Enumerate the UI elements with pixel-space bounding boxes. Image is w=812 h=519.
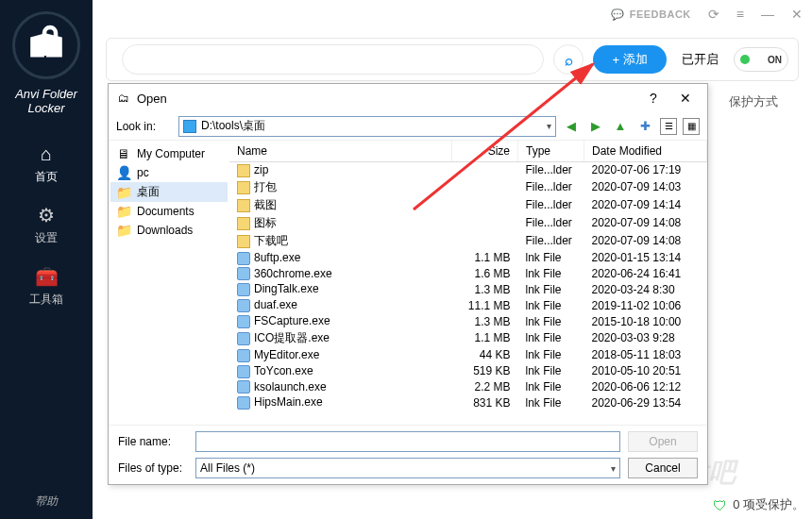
filetype-combobox[interactable]: All Files (*) ▾	[195, 458, 620, 478]
col-header-type[interactable]: Type	[518, 141, 584, 162]
file-name: FSCapture.exe	[254, 314, 330, 327]
app-logo	[12, 11, 80, 79]
folder-icon	[237, 235, 250, 248]
tree-item[interactable]: 🖥My Computer	[110, 144, 228, 163]
file-type: File...lder	[518, 178, 584, 196]
col-header-name[interactable]: Name	[229, 141, 452, 162]
file-date: 2020-06-29 13:54	[584, 394, 707, 410]
help-link[interactable]: 帮助	[0, 494, 93, 510]
nav-toolbox[interactable]: 🧰 工具箱	[0, 254, 93, 315]
file-size	[452, 214, 518, 232]
nav-settings[interactable]: ⚙ 设置	[0, 193, 93, 254]
status-footer: 🛡 0 项受保护。	[713, 496, 804, 513]
minimize-icon[interactable]: —	[761, 7, 774, 22]
file-row[interactable]: 打包File...lder2020-07-09 14:03	[229, 178, 707, 196]
file-name: 打包	[254, 180, 277, 193]
open-button[interactable]: Open	[628, 431, 698, 452]
menu-icon[interactable]: ≡	[736, 7, 744, 22]
file-icon	[237, 332, 250, 345]
feedback-link[interactable]: 💬 FEEDBACK	[611, 8, 691, 21]
filename-input[interactable]	[195, 431, 620, 452]
file-size: 11.1 MB	[452, 297, 518, 313]
file-row[interactable]: ICO提取器.exe1.1 MBlnk File2020-03-03 9:28	[229, 329, 707, 347]
file-date: 2018-05-11 18:03	[584, 347, 707, 363]
file-row[interactable]: ToYcon.exe519 KBlnk File2010-05-10 20:51	[229, 363, 707, 379]
svg-rect-0	[39, 39, 61, 56]
folder-icon: 📁	[116, 223, 131, 238]
col-header-date[interactable]: Date Modified	[584, 141, 707, 162]
file-name: zip	[254, 163, 268, 176]
file-type: lnk File	[518, 363, 584, 379]
folder-icon: 📁	[116, 204, 131, 219]
file-name: ICO提取器.exe	[254, 331, 330, 344]
file-date: 2010-05-10 20:51	[584, 363, 707, 379]
refresh-icon[interactable]: ⟳	[708, 7, 719, 22]
file-row[interactable]: MyEditor.exe44 KBlnk File2018-05-11 18:0…	[229, 347, 707, 363]
cancel-button[interactable]: Cancel	[628, 458, 698, 478]
file-row[interactable]: duaf.exe11.1 MBlnk File2019-11-02 10:06	[229, 297, 707, 313]
dialog-titlebar: 🗂 Open ? ✕	[109, 84, 707, 112]
file-icon	[237, 299, 250, 312]
nav-home[interactable]: ⌂ 首页	[0, 132, 93, 193]
add-button[interactable]: + 添加	[593, 45, 667, 74]
file-type: lnk File	[518, 379, 584, 395]
enable-toggle[interactable]: ON	[734, 47, 788, 72]
file-type: lnk File	[518, 313, 584, 329]
lookin-combobox[interactable]: D:\tools\桌面 ▾	[178, 116, 556, 137]
toolbox-icon: 🧰	[0, 265, 93, 288]
file-size	[452, 162, 518, 178]
places-tree: 🖥My Computer👤pc📁桌面📁Documents📁Downloads	[109, 141, 229, 425]
detail-view-icon[interactable]: ▦	[683, 118, 700, 135]
file-row[interactable]: 图标File...lder2020-07-09 14:08	[229, 214, 707, 232]
sidebar: Anvi Folder Locker ⌂ 首页 ⚙ 设置 🧰 工具箱 帮助	[0, 0, 93, 519]
tree-item[interactable]: 📁桌面	[110, 182, 228, 202]
file-row[interactable]: 下载吧File...lder2020-07-09 14:08	[229, 232, 707, 250]
col-protect: 保护方式	[729, 93, 787, 110]
file-row[interactable]: 360chrome.exe1.6 MBlnk File2020-06-24 16…	[229, 266, 707, 282]
file-date: 2020-07-09 14:14	[584, 196, 707, 214]
list-view-icon[interactable]: ☰	[660, 118, 677, 135]
user-icon: 👤	[116, 165, 131, 180]
chevron-down-icon: ▾	[547, 121, 551, 131]
file-type: File...lder	[518, 196, 584, 214]
close-icon[interactable]: ✕	[791, 7, 803, 22]
file-type: lnk File	[518, 329, 584, 347]
file-icon	[237, 349, 250, 362]
file-row[interactable]: HipsMain.exe831 KBlnk File2020-06-29 13:…	[229, 394, 707, 410]
file-size: 1.1 MB	[452, 250, 518, 266]
file-row[interactable]: FSCapture.exe1.3 MBlnk File2015-10-18 10…	[229, 313, 707, 329]
file-name: MyEditor.exe	[254, 348, 319, 361]
help-icon[interactable]: ?	[641, 91, 666, 106]
file-row[interactable]: ksolaunch.exe2.2 MBlnk File2020-06-06 12…	[229, 379, 707, 395]
file-icon	[237, 267, 250, 280]
file-name: ToYcon.exe	[254, 364, 313, 377]
file-row[interactable]: zipFile...lder2020-07-06 17:19	[229, 162, 707, 178]
lookin-value: D:\tools\桌面	[201, 118, 265, 134]
back-icon[interactable]: ◀	[562, 117, 581, 136]
search-input[interactable]	[122, 44, 544, 75]
tree-item[interactable]: 📁Documents	[110, 202, 228, 221]
search-button[interactable]: ⌕	[553, 44, 584, 75]
forward-icon[interactable]: ▶	[586, 117, 605, 136]
file-icon	[237, 365, 250, 378]
file-row[interactable]: 截图File...lder2020-07-09 14:14	[229, 196, 707, 214]
tree-label: Downloads	[137, 224, 193, 237]
dialog-close-icon[interactable]: ✕	[673, 91, 698, 106]
file-type: lnk File	[518, 394, 584, 410]
toggle-label: ON	[768, 55, 782, 65]
file-name: 360chrome.exe	[254, 267, 332, 280]
file-date: 2020-01-15 13:14	[584, 250, 707, 266]
top-toolbar: ⌕ + 添加 已开启 ON	[106, 38, 799, 81]
new-folder-icon[interactable]: ✚	[635, 117, 654, 136]
file-size	[452, 232, 518, 250]
file-row[interactable]: 8uftp.exe1.1 MBlnk File2020-01-15 13:14	[229, 250, 707, 266]
file-icon	[237, 380, 250, 393]
file-row[interactable]: DingTalk.exe1.3 MBlnk File2020-03-24 8:3…	[229, 281, 707, 297]
col-header-size[interactable]: Size	[452, 141, 518, 162]
file-name: ksolaunch.exe	[254, 380, 327, 393]
file-size: 2.2 MB	[452, 379, 518, 395]
tree-item[interactable]: 👤pc	[110, 163, 228, 182]
tree-item[interactable]: 📁Downloads	[110, 221, 228, 240]
up-icon[interactable]: ▲	[611, 117, 630, 136]
tree-label: My Computer	[137, 147, 205, 160]
